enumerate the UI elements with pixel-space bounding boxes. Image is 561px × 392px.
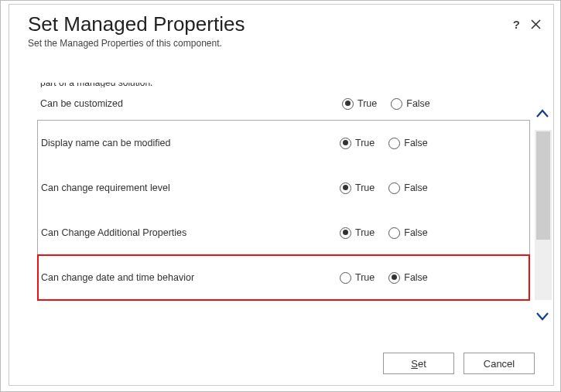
label-requirement-level: Can change requirement level [41,182,340,193]
radio-additional-true[interactable]: True [340,227,375,239]
scrollbar-track[interactable] [535,130,552,300]
cancel-button[interactable]: Cancel [464,353,535,374]
label-date-time-behavior: Can change date and time behavior [41,272,340,283]
scrollbar-thumb[interactable] [536,131,550,240]
dialog-header: Set Managed Properties Set the Managed P… [9,5,553,55]
radio-icon [391,98,402,110]
radio-datetime-true[interactable]: True [340,272,375,284]
radio-icon [342,98,354,110]
set-button-rest: et [418,358,426,370]
radio-icon [340,272,351,284]
dialog-footer: Set Cancel [383,353,535,374]
radio-label-true: True [355,272,375,283]
window-frame: Set Managed Properties Set the Managed P… [0,0,561,392]
radio-label-true: True [355,182,375,193]
label-display-name: Display name can be modified [41,138,340,148]
sub-properties-box: Display name can be modified True False [37,120,530,301]
radio-label-false: False [404,138,428,148]
cancel-button-label: Cancel [484,358,515,370]
radio-label-true: True [355,138,375,148]
radio-icon [340,227,351,239]
radio-icon [388,227,400,239]
radio-icon [388,272,400,284]
truncated-text: part of a managed solution. [37,83,530,87]
radio-icon [388,182,400,194]
radio-customized-true[interactable]: True [342,98,377,110]
radio-label-false: False [404,227,428,238]
radio-displayname-false[interactable]: False [388,138,428,149]
dialog-title: Set Managed Properties [28,12,538,36]
radio-additional-false[interactable]: False [388,227,428,239]
radio-icon [388,138,400,149]
radio-label-true: True [357,98,377,109]
radio-label-false: False [404,272,428,283]
radio-reqlevel-true[interactable]: True [340,182,375,194]
set-button[interactable]: Set [383,353,454,374]
dialog: Set Managed Properties Set the Managed P… [9,4,554,386]
label-can-be-customized: Can be customized [40,98,342,109]
radio-icon [340,138,351,149]
dialog-subtitle: Set the Managed Properties of this compo… [28,38,538,49]
row-additional-properties: Can Change Additional Properties True Fa… [38,210,529,255]
radio-label-true: True [355,227,375,238]
set-button-accel: S [411,358,418,370]
close-icon[interactable] [531,19,541,29]
content-area: part of a managed solution. Can be custo… [37,83,530,301]
row-can-be-customized: Can be customized True False [37,92,530,115]
scroll-down-arrow-icon[interactable] [532,303,553,329]
radio-label-false: False [404,182,428,193]
label-additional-properties: Can Change Additional Properties [41,227,340,238]
radio-reqlevel-false[interactable]: False [388,182,428,194]
row-display-name: Display name can be modified True False [38,121,529,165]
scroll-up-arrow-icon[interactable] [532,101,553,127]
radio-displayname-true[interactable]: True [340,138,375,149]
row-requirement-level: Can change requirement level True False [38,165,529,210]
radio-icon [340,182,351,194]
radio-customized-false[interactable]: False [391,98,430,110]
radio-datetime-false[interactable]: False [388,272,428,284]
row-date-time-behavior: Can change date and time behavior True F… [38,255,529,300]
help-icon[interactable]: ? [513,19,520,30]
radio-label-false: False [406,98,430,109]
